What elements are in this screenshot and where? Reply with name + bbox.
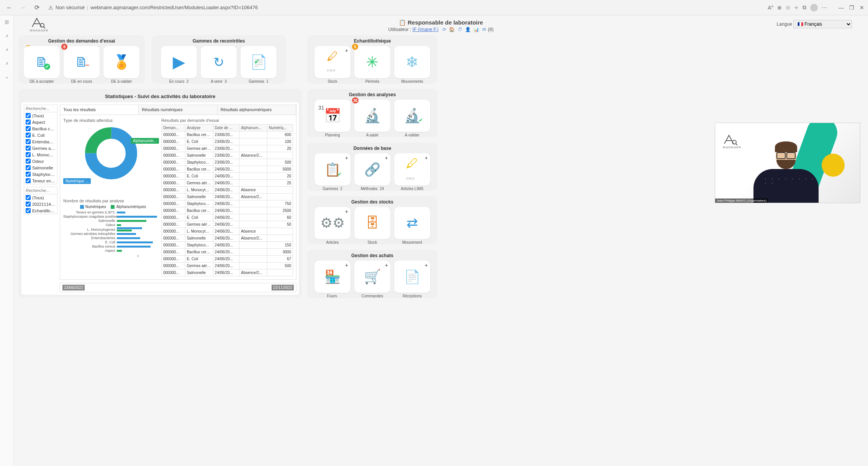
table-row[interactable]: 000000...L. Monocytog...24/06/20...Absen… (162, 228, 293, 235)
sidebar-loop2-icon[interactable]: ʌ (5, 47, 8, 52)
plus-icon[interactable]: + (425, 155, 428, 161)
filter-row[interactable]: L. Monocyto... (24, 151, 57, 158)
tile-articles[interactable]: + ⚙⚙ Articles (314, 207, 350, 239)
table-row[interactable]: 000000...Salmonelle24/06/20...Absence/2.… (162, 269, 293, 276)
filter-checkbox[interactable] (26, 178, 31, 183)
tile-de-accepter[interactable]: 🗎 DE à accepter (24, 46, 60, 78)
table-row[interactable]: 000000...Germes aéro...24/06/20...500 (162, 263, 293, 269)
text-size-icon[interactable]: AA (768, 5, 773, 11)
filter-checkbox[interactable] (26, 202, 31, 207)
tile-commandes[interactable]: + 🛒 Commandes (354, 261, 390, 293)
back-button[interactable]: ← (4, 2, 15, 13)
filter-row[interactable]: Echantillons... (24, 207, 57, 214)
add-favorite-icon[interactable]: ✧ (794, 5, 799, 11)
filter-checkbox[interactable] (26, 120, 31, 125)
sidebar-add-icon[interactable]: ＋ (5, 74, 9, 81)
tile-methodes[interactable]: + 🔗 Méthodes 24 (354, 153, 390, 185)
filter-checkbox[interactable] (26, 126, 31, 131)
filter-row[interactable]: 20221114-1... (24, 201, 57, 207)
table-row[interactable]: 000000...Bacillus cereus24/06/20...5000 (162, 166, 293, 173)
filter-checkbox[interactable] (26, 139, 31, 144)
table-row[interactable]: 000000...Bacillus cereus24/06/20...3000 (162, 249, 293, 256)
tile-de-encours[interactable]: 8 🗎 DE en cours (64, 46, 100, 78)
table-row[interactable]: 000000...Germes aéro...24/06/20...50 (162, 221, 293, 228)
tile-gammes[interactable]: 📄✔ Gammes 1 (241, 46, 277, 78)
profile-icon[interactable] (810, 4, 818, 11)
filter-row[interactable]: Germes aér... (24, 145, 57, 151)
table-header[interactable]: Deman... (162, 125, 185, 131)
table-row[interactable]: 000000...Salmonelle23/06/20...Absence/2.… (162, 152, 293, 159)
table-row[interactable]: 000000...Germes aéro...24/06/20...25 (162, 180, 293, 187)
table-row[interactable]: 000000...Salmonelle24/06/20...Absence/2.… (162, 194, 293, 200)
more-icon[interactable]: ⋯ (822, 5, 827, 11)
tile-mouvements[interactable]: ❄ Mouvements (394, 46, 430, 78)
filter-row[interactable]: Odeur (24, 158, 57, 164)
plus-icon[interactable]: + (385, 155, 388, 161)
tile-receptions[interactable]: + 📄 Réceptions (394, 261, 430, 293)
timeline[interactable]: 23/06/2022 22/11/2022 (60, 283, 296, 292)
address-bar[interactable]: ⚠ Non sécurisé | webinaire.aqmanager.com… (45, 5, 765, 11)
lang-select[interactable]: 🇫🇷 Français (793, 20, 852, 28)
tile-planning[interactable]: 📅31 Planning (314, 100, 350, 132)
tile-avenir[interactable]: ↻ A venir 3 (201, 46, 237, 78)
tile-perimes[interactable]: 5 ✳ Périmés (354, 46, 390, 78)
tab-all[interactable]: Tous les résultats (60, 105, 139, 115)
filter-row[interactable]: Salmonelle (24, 164, 57, 171)
header-icons[interactable]: ⟳ 🏠 ⏱ 👤 📊 ✉ (442, 27, 487, 32)
tile-asaisir[interactable]: 36 🔬 A saisir (354, 100, 390, 132)
sidebar-loop3-icon[interactable]: ʌ (5, 61, 8, 66)
filter1-search[interactable] (24, 105, 57, 112)
table-row[interactable]: 000000...E. Coli24/06/20...67 (162, 256, 293, 263)
refresh-button[interactable]: ⟳ (31, 2, 42, 13)
tile-fourn[interactable]: + 🏪 Fourn. (314, 261, 350, 293)
collections-icon[interactable]: ⧉ (802, 4, 806, 11)
table-header[interactable]: Date de ... (213, 125, 239, 131)
sidebar-tabs-icon[interactable]: ▥ (5, 19, 9, 25)
table-row[interactable]: 000000...Staphylococo...24/06/20...150 (162, 242, 293, 249)
tab-alpha[interactable]: Résultats alphanumériques (218, 105, 296, 115)
filter-checkbox[interactable] (26, 172, 31, 177)
filter-checkbox[interactable] (26, 195, 31, 200)
filter-checkbox[interactable] (26, 152, 31, 157)
tile-gammes2[interactable]: + 📋 Gammes 2 (314, 153, 350, 185)
tab-num[interactable]: Résultats numériques (139, 105, 217, 115)
filter-checkbox[interactable] (26, 146, 31, 151)
filter-row[interactable]: Bacillus cere... (24, 125, 57, 132)
table-row[interactable]: 000000...L. Monocytog...24/06/20...Absen… (162, 187, 293, 194)
favorite-icon[interactable]: ✩ (786, 5, 790, 11)
filter-row[interactable]: E. Coli (24, 132, 57, 138)
user-link[interactable]: IF (Imane F.) (413, 27, 439, 32)
plus-icon[interactable]: + (345, 208, 348, 215)
table-header[interactable]: Alphanum... (239, 125, 267, 131)
table-row[interactable]: 000000...Bacillus cereus24/06/20...2500 (162, 207, 293, 214)
filter-row[interactable]: Teneur en g... (24, 177, 57, 184)
filter-checkbox[interactable] (26, 133, 31, 138)
filter-row[interactable]: Staphylococ... (24, 171, 57, 177)
tile-encours[interactable]: ▶ En cours 2 (161, 46, 197, 78)
sidebar-loop-icon[interactable]: ʌ (5, 33, 8, 38)
window-minimize[interactable]: — (839, 5, 844, 11)
tile-de-valider[interactable]: 🏅 DE à valider (103, 46, 139, 78)
tile-mouvement[interactable]: ⇄ Mouvement (394, 207, 430, 239)
window-restore[interactable]: ❐ (849, 5, 854, 11)
filter-row[interactable]: (Tous) (24, 194, 57, 201)
table-row[interactable]: 000000...Bacillus cereus23/06/20...600 (162, 131, 293, 138)
forward-button[interactable]: → (18, 2, 28, 13)
filter2-search[interactable] (24, 187, 57, 194)
filter-checkbox[interactable] (26, 159, 31, 164)
plus-icon[interactable]: + (345, 48, 348, 54)
filter-checkbox[interactable] (26, 208, 31, 213)
table-row[interactable]: 000000...Staphylococo...24/06/20...750 (162, 200, 293, 207)
plus-icon[interactable]: + (345, 155, 348, 161)
table-row[interactable]: 000000...Staphylococo...23/06/20...500 (162, 159, 293, 166)
filter-row[interactable]: Enterobacté... (24, 138, 57, 145)
plus-icon[interactable]: + (385, 262, 388, 268)
tile-avalider[interactable]: 🔬 A valider (394, 100, 430, 132)
table-row[interactable]: 000000...E. Coli23/06/20...100 (162, 138, 293, 145)
tile-articles-lims[interactable]: + 🖊▭▭ Articles LIMS (394, 153, 430, 185)
window-close[interactable]: ✕ (860, 5, 864, 11)
plus-icon[interactable]: + (345, 262, 348, 268)
table-row[interactable]: 000000...E. Coli24/06/20...20 (162, 173, 293, 180)
filter-checkbox[interactable] (26, 165, 31, 170)
tile-stock2[interactable]: 🗄 Stock (354, 207, 390, 239)
